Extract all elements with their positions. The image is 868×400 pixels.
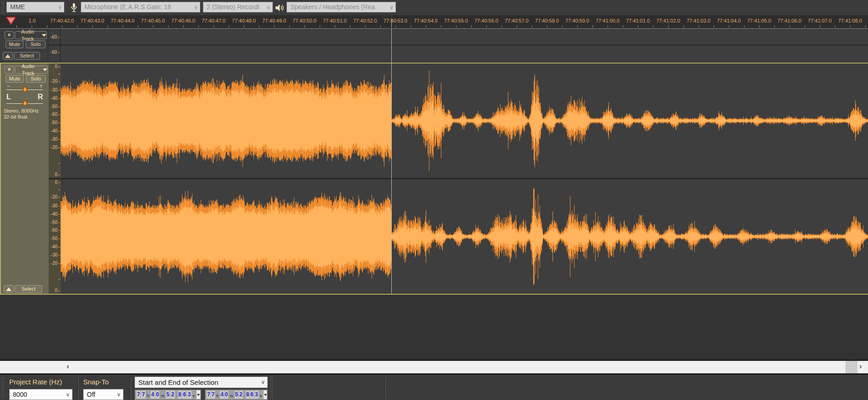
time-unit: h: [216, 394, 219, 398]
track-1-vertical-ruler[interactable]: -60 -60: [48, 29, 61, 62]
recording-channels-select[interactable]: 2 (Stereo) Recordi ∨: [203, 2, 273, 12]
project-rate-value: 8000: [13, 391, 27, 398]
time-digit: 7: [207, 391, 211, 399]
db-label: -40: [51, 244, 57, 249]
timeline-tick: [547, 25, 547, 28]
timeline-label: 77:41:07.0: [808, 18, 832, 23]
time-unit: m: [230, 394, 233, 398]
track-1-expand-button[interactable]: [3, 52, 13, 60]
time-digit: 6: [250, 391, 254, 399]
selection-end-field[interactable]: 77h40m52.863s: [205, 389, 268, 400]
time-field-dropdown-icon[interactable]: [264, 390, 267, 399]
project-rate-label: Project Rate (Hz): [9, 378, 62, 386]
timeline-tick: [395, 25, 396, 28]
gain-plus-label: +: [39, 83, 43, 89]
timeline-tick: [107, 25, 108, 28]
chevron-down-icon: ∨: [389, 3, 394, 12]
timeline-label: 77:40:58.0: [535, 18, 559, 23]
time-field-dropdown-icon[interactable]: [197, 390, 200, 399]
track-2-mute-button[interactable]: Mute: [6, 75, 24, 83]
pinned-playhead-icon[interactable]: [6, 17, 17, 26]
time-unit: s: [193, 394, 195, 398]
selection-start-field[interactable]: 77h40m52.863s: [135, 389, 201, 400]
horizontal-scrollbar[interactable]: ‹ ›: [0, 360, 868, 373]
track-1-waveform-area[interactable]: [61, 29, 868, 62]
timeline-label: 77:40:57.0: [505, 18, 529, 23]
time-dot: .: [244, 392, 245, 398]
time-digit: 5: [235, 391, 239, 399]
timeline-tick: [759, 25, 760, 28]
timeline-tick: [380, 25, 381, 28]
db-label: -60: [51, 228, 57, 233]
timeline-tick: [729, 25, 729, 28]
timeline-tick: [441, 25, 441, 28]
timeline-tick: [638, 25, 638, 28]
timeline-tick: [350, 25, 350, 28]
time-digit: 8: [246, 391, 250, 399]
track-1-close-button[interactable]: ×: [5, 31, 14, 39]
db-label: -50: [51, 104, 57, 109]
timeline-tick: [426, 25, 426, 28]
toolbar-grip[interactable]: [270, 377, 273, 400]
chevron-down-icon: ∨: [66, 389, 70, 400]
timeline-tick: [47, 25, 47, 28]
chevron-down-icon: ∨: [266, 3, 271, 12]
timeline-label: 77:40:53.0: [383, 18, 407, 23]
selection-mode-select[interactable]: Start and End of Selection ∨: [135, 377, 268, 388]
timeline-tick: [229, 25, 229, 28]
track-2-control-panel: × Audio Track Mute Solo – + L R Stereo, …: [1, 63, 49, 294]
time-digit: 3: [254, 391, 259, 399]
track-1-select-button[interactable]: Select: [14, 52, 40, 60]
time-unit: s: [260, 394, 262, 398]
timeline-tick: [456, 25, 457, 28]
timeline-tick: [320, 25, 320, 28]
playhead-cursor-ruler: [391, 18, 392, 28]
timeline-tick: [699, 25, 699, 28]
timeline-tick: [532, 25, 532, 28]
track-2-select-button[interactable]: Select: [15, 285, 42, 293]
track-2-close-button[interactable]: ×: [5, 66, 14, 74]
timeline-tick: [653, 25, 654, 28]
selection-mode-value: Start and End of Selection: [138, 378, 218, 386]
collapse-triangle-icon: [6, 287, 11, 291]
time-digit: 8: [178, 391, 182, 399]
recording-device-select[interactable]: Microphone (E.A.R.S Gain: 18 ∨: [81, 2, 200, 12]
track-1-mute-button[interactable]: Mute: [6, 40, 23, 48]
time-digit: 7: [141, 391, 145, 399]
timeline-tick: [123, 25, 123, 28]
toolbar-grip[interactable]: [1, 1, 5, 14]
timeline-label: 77:41:03.0: [687, 18, 710, 23]
pan-right-label: R: [38, 93, 43, 101]
timeline-tick: [77, 25, 78, 28]
db-label: -20: [51, 194, 57, 200]
track-2-collapse-button[interactable]: [4, 285, 14, 293]
timeline-tick: [744, 25, 744, 28]
waveform-canvas-channel-left[interactable]: [61, 63, 868, 178]
playback-device-select[interactable]: Speakers / Headphones (Rea ∨: [287, 2, 396, 12]
track-2-solo-button[interactable]: Solo: [26, 75, 46, 83]
timeline-tick: [668, 25, 669, 28]
toolbar-separator: [78, 377, 79, 400]
db-label: -30: [51, 252, 57, 257]
scrollbar-thumb[interactable]: [845, 361, 857, 373]
timeline-label: 77:41:06.0: [778, 18, 801, 23]
scroll-left-icon[interactable]: ‹: [67, 362, 69, 371]
waveform-canvas-channel-right[interactable]: [61, 179, 868, 294]
audio-host-select[interactable]: MME ∨: [6, 2, 64, 12]
db-label: -30: [51, 203, 57, 208]
timeline-tick: [214, 25, 214, 28]
track-1-solo-button[interactable]: Solo: [26, 40, 45, 48]
track-1-menu-button[interactable]: Audio Track: [15, 31, 47, 39]
toolbar-grip[interactable]: [1, 377, 5, 399]
project-rate-select[interactable]: 8000 ∨: [9, 389, 73, 400]
snap-to-select[interactable]: Off ∨: [83, 389, 124, 400]
time-digit: 5: [166, 391, 170, 399]
timeline-ruler[interactable]: 1.0 77:40:42.077:40:43.077:40:44.077:40:…: [0, 15, 868, 29]
db-label: -20: [51, 145, 57, 150]
pan-slider-thumb[interactable]: [23, 100, 28, 106]
scroll-right-icon[interactable]: ›: [859, 362, 862, 371]
timeline-tick: [577, 25, 578, 28]
gain-slider-thumb[interactable]: [23, 86, 28, 92]
dropdown-triangle-icon: [43, 69, 47, 71]
track-2-menu-button[interactable]: Audio Track: [15, 66, 48, 74]
